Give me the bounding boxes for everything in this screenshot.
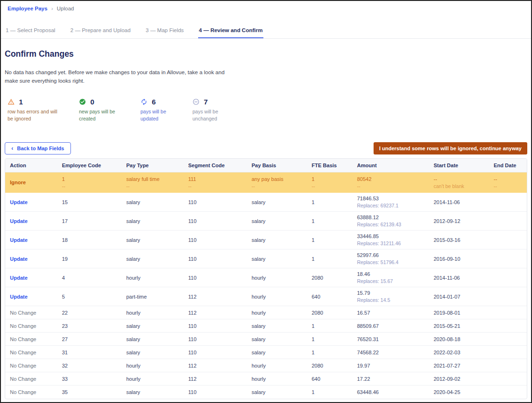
cell-value: 2019-08-01 [434,310,486,316]
cell-value: any pay basis [252,176,304,182]
cell-value: 640 [312,294,349,300]
cell-note: -- [188,183,244,189]
cell-value: salary [252,256,304,262]
cell-value: 110 [188,275,244,281]
cell-value: salary [126,199,181,205]
cell-value: 2012-09-02 [434,376,486,382]
cell-value: 52997.66 [357,252,426,258]
cell-value: 22 [62,310,119,316]
cell-note: Replaces: 15.67 [357,278,426,284]
breadcrumb-employee-pays-link[interactable]: Employee Pays [8,6,47,11]
confirm-changes-page: { "breadcrumb": { "root": "Employee Pays… [0,0,532,403]
back-to-map-fields-button[interactable]: ‹ Back to Map Fields [5,142,71,154]
cell-note: Replaces: 51796.4 [357,259,426,265]
step-tabs: 1 — Select Proposal 2 — Prepare and Uplo… [1,25,531,39]
minus-circle-icon [192,98,200,105]
tab-prepare-and-upload[interactable]: 2 — Prepare and Upload [70,25,131,38]
cell-value: 2016-09-10 [434,256,486,262]
cell-value: salary [252,323,304,329]
table-row: Update19salary110salary152997.66Replaces… [5,249,527,268]
tab-select-proposal[interactable]: 1 — Select Proposal [5,25,56,38]
cell-value: 110 [188,350,244,355]
cell-value: 35 [62,389,119,395]
column-header: Pay Type [122,159,183,172]
table-row: Update15salary110salary171846.53Replaces… [5,193,527,212]
action-update-link[interactable]: Update [10,275,27,281]
cell-value: 112 [188,363,244,369]
top-action-bar: ‹ Back to Map Fields I understand some r… [1,142,531,154]
cell-value: 110 [188,256,244,262]
cell-note: -- [312,183,349,189]
summary-stats: 1 row has errors and will be ignored 0 n… [8,98,531,122]
cell-value: 1 [62,176,119,182]
warning-icon [8,98,15,105]
cell-value: 15 [62,199,119,205]
cell-value: hourly [126,275,181,281]
cell-value: 2012-09-12 [434,218,486,224]
column-header: Employee Code [57,159,122,172]
check-circle-icon [79,98,86,105]
stat-label: pays will be updated [140,108,169,122]
cell-value: 2020-08-18 [434,336,486,342]
column-header: Action [5,159,57,172]
cell-value: 17.22 [357,376,426,382]
cell-value: salary [252,218,304,224]
cell-value: 33446.85 [357,233,426,239]
cell-value: 33 [62,376,119,382]
cell-value: 63888.12 [357,214,426,220]
table-row: No Change23salary110salary188509.672015-… [5,319,527,333]
cell-note: Replaces: 62139.43 [357,222,426,227]
cell-value: 1 [312,350,349,355]
action-update-link[interactable]: Update [10,199,27,205]
table-row: No Change35salary110salary163448.462020-… [5,386,527,399]
cell-value: 17 [62,218,119,224]
cell-value: 16.57 [357,310,426,316]
column-header: Start Date [429,159,489,172]
action-update-link[interactable]: Update [10,256,27,262]
cell-value: 1 [312,336,349,342]
cell-value: 80542 [357,176,426,182]
cell-value: hourly [252,275,304,281]
stat-label: row has errors and will be ignored [8,108,63,122]
cell-value: 112 [188,376,244,382]
chevron-right-icon: › [51,6,53,11]
stat-count: 0 [90,98,94,106]
cell-value: 18.46 [357,271,426,277]
page-title: Confirm Changes [5,49,531,59]
table-row: Update18salary110salary133446.85Replaces… [5,231,527,249]
cell-value: 2020-04-25 [434,389,486,395]
action-update-link[interactable]: Update [10,294,27,300]
stat-count: 1 [19,98,23,106]
cell-value: salary [126,336,181,342]
cell-value: 2015-05-21 [434,323,486,329]
cell-note: -- [252,183,304,189]
cell-value: 1 [312,256,349,262]
action-update-link[interactable]: Update [10,218,27,224]
cell-note: Replaces: 14.5 [357,297,426,303]
stat-new-created: 0 new pays will be created [79,98,140,122]
chevron-left-icon: ‹ [11,146,13,151]
column-header: Pay Basis [247,159,307,172]
cell-note: -- [62,183,119,189]
continue-anyway-button[interactable]: I understand some rows will be ignored, … [374,142,527,154]
column-header: Segment Code [183,159,247,172]
table-row: Update17salary110salary163888.12Replaces… [5,212,527,231]
column-header: End Date [489,159,527,172]
cell-value: 112 [188,294,244,300]
cell-value: 1 [312,237,349,243]
cell-value: salary full time [126,176,181,182]
action-update-link[interactable]: Update [10,237,27,243]
table-row: Ignore1--salary full time--111--any pay … [5,172,527,193]
cell-value: salary [126,389,181,395]
table-header: ActionEmployee CodePay TypeSegment CodeP… [5,159,527,172]
cell-value: salary [126,350,181,355]
cell-note: -- [494,183,524,189]
tab-map-fields[interactable]: 3 — Map Fields [145,25,185,38]
action-label: No Change [10,350,36,355]
cell-value: part-time [126,294,181,300]
cell-value: 640 [312,376,349,382]
cell-value: 2014-01-07 [434,294,486,300]
cell-value: 19 [62,256,119,262]
cell-value: 110 [188,218,244,224]
tab-review-and-confirm[interactable]: 4 — Review and Confirm [198,25,264,38]
